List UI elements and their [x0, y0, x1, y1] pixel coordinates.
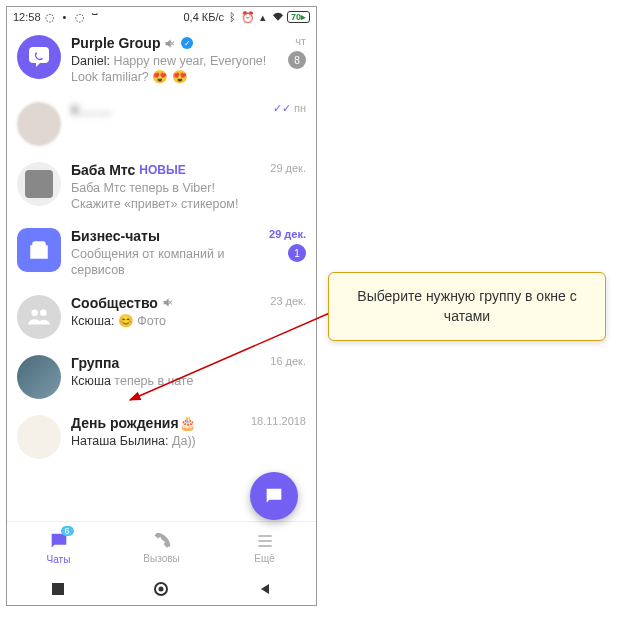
nav-badge: 6: [61, 526, 74, 536]
net-speed: 0,4 КБ/с: [183, 11, 224, 23]
avatar: [17, 102, 61, 146]
new-tag: НОВЫЕ: [139, 163, 185, 177]
chat-row[interactable]: Бизнес-чаты Сообщения от компаний и серв…: [7, 220, 316, 287]
chat-title: День рождения🎂: [71, 415, 196, 431]
chat-preview: Daniel: Happy new year, Everyone! Look f…: [71, 53, 278, 86]
chat-title: Purple Group: [71, 35, 160, 51]
avatar: [17, 355, 61, 399]
chat-preview: Сообщения от компаний и сервисов: [71, 246, 259, 279]
chat-preview: Ксюша: 😊 Фото: [71, 313, 260, 329]
system-nav: [7, 573, 316, 605]
bluetooth-icon: ᛒ: [227, 11, 239, 23]
chat-time: 18.11.2018: [251, 415, 306, 427]
read-ticks-icon: ✓✓: [273, 102, 291, 114]
avatar: [17, 35, 61, 79]
chat-title: К…….: [71, 102, 111, 118]
nav-calls[interactable]: Вызовы: [110, 522, 213, 573]
home-icon[interactable]: [153, 581, 169, 597]
speaker-muted-icon: [162, 296, 175, 309]
chat-time: ✓✓ пн: [273, 102, 306, 115]
chat-list[interactable]: Purple Group ✓ Daniel: Happy new year, E…: [7, 27, 316, 521]
back-icon[interactable]: [258, 582, 272, 596]
battery-icon: 70▸: [287, 11, 310, 23]
avatar: [17, 415, 61, 459]
alarm-icon: ⏰: [242, 11, 254, 23]
chat-time: 16 дек.: [270, 355, 306, 367]
callout-text: Выберите нужную группу в окне с чатами: [357, 288, 576, 324]
chat-time: 29 дек.: [269, 228, 306, 240]
avatar: [17, 228, 61, 272]
chat-time: 23 дек.: [270, 295, 306, 307]
viber-icon: ◌: [74, 11, 86, 23]
chat-title: Группа: [71, 355, 119, 371]
signal-icon: ▴: [257, 11, 269, 23]
chat-preview: Ксюша теперь в чате: [71, 373, 260, 389]
chat-title: Баба Мтс: [71, 162, 135, 178]
unread-badge: 1: [288, 244, 306, 262]
svg-point-2: [159, 587, 164, 592]
chat-time: чт: [295, 35, 306, 47]
compose-fab[interactable]: [250, 472, 298, 520]
avatar: [17, 295, 61, 339]
status-bar: 12:58 ◌ • ◌ ⵯ 0,4 КБ/с ᛒ ⏰ ▴ 70▸: [7, 7, 316, 27]
chat-preview: Баба Мтс теперь в Viber! Скажите «привет…: [71, 180, 260, 213]
chat-row[interactable]: Баба Мтс НОВЫЕ Баба Мтс теперь в Viber! …: [7, 154, 316, 221]
chat-title: Бизнес-чаты: [71, 228, 160, 244]
chat-row[interactable]: К……. ✓✓ пн: [7, 94, 316, 154]
chevron-icon: ⵯ: [89, 11, 101, 23]
phone-frame: 12:58 ◌ • ◌ ⵯ 0,4 КБ/с ᛒ ⏰ ▴ 70▸ Purple …: [6, 6, 317, 606]
chat-title: Сообщество: [71, 295, 158, 311]
bottom-nav: Чаты 6 Вызовы Ещё: [7, 521, 316, 573]
notification-dot-icon: •: [59, 11, 71, 23]
chat-row[interactable]: День рождения🎂 Наташа Былина: Да)) 18.11…: [7, 407, 316, 467]
callout-tooltip: Выберите нужную группу в окне с чатами: [328, 272, 606, 341]
nav-more[interactable]: Ещё: [213, 522, 316, 573]
nav-chats[interactable]: Чаты 6: [7, 522, 110, 573]
verified-icon: ✓: [181, 37, 193, 49]
chat-row[interactable]: Группа Ксюша теперь в чате 16 дек.: [7, 347, 316, 407]
unread-badge: 8: [288, 51, 306, 69]
chat-time: 29 дек.: [270, 162, 306, 174]
chat-preview: Наташа Былина: Да)): [71, 433, 241, 449]
chat-row[interactable]: Purple Group ✓ Daniel: Happy new year, E…: [7, 27, 316, 94]
viber-icon: ◌: [44, 11, 56, 23]
recent-apps-icon[interactable]: [51, 582, 65, 596]
wifi-icon: [272, 11, 284, 23]
avatar: [17, 162, 61, 206]
svg-rect-0: [52, 583, 64, 595]
speaker-muted-icon: [164, 37, 177, 50]
clock: 12:58: [13, 11, 41, 23]
chat-row[interactable]: Сообщество Ксюша: 😊 Фото 23 дек.: [7, 287, 316, 347]
